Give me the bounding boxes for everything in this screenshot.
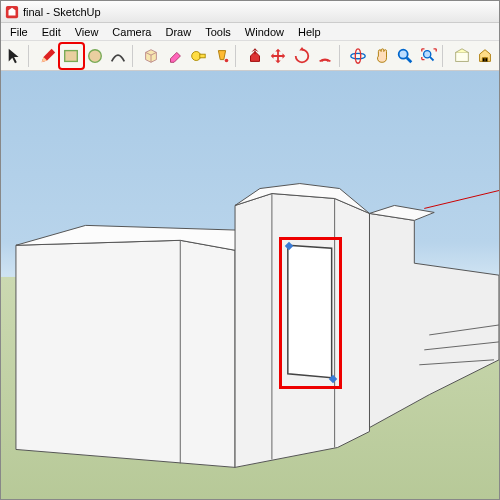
magnifier-icon [396, 47, 414, 65]
toolbar-separator [339, 45, 345, 67]
circle-tool[interactable] [83, 44, 106, 68]
svg-line-11 [430, 56, 434, 60]
svg-rect-12 [456, 52, 469, 61]
toolbar [1, 41, 499, 71]
titlebar: final - SketchUp [1, 1, 499, 23]
tape-icon [189, 47, 207, 65]
offset-icon [316, 47, 334, 65]
svg-marker-14 [16, 240, 235, 467]
svg-point-3 [192, 51, 201, 60]
menu-window[interactable]: Window [238, 25, 291, 39]
window-title: final - SketchUp [23, 6, 101, 18]
line-tool[interactable] [36, 44, 59, 68]
svg-line-9 [407, 57, 412, 62]
arc-icon [109, 47, 127, 65]
svg-marker-21 [369, 213, 498, 427]
model-geometry [1, 71, 499, 499]
orbit-tool[interactable] [347, 44, 370, 68]
eraser-icon [166, 47, 184, 65]
annotation-rectangle-on-face [279, 237, 342, 389]
menubar: File Edit View Camera Draw Tools Window … [1, 23, 499, 41]
rectangle-tool[interactable] [60, 44, 83, 68]
model-viewport[interactable] [1, 71, 499, 499]
svg-rect-1 [65, 50, 78, 61]
toolbar-separator [132, 45, 138, 67]
paint-bucket-tool[interactable] [210, 44, 233, 68]
menu-tools[interactable]: Tools [198, 25, 238, 39]
pushpull-icon [246, 47, 264, 65]
map-icon [453, 47, 471, 65]
menu-file[interactable]: File [3, 25, 35, 39]
select-tool[interactable] [3, 44, 26, 68]
svg-point-2 [88, 49, 101, 62]
zoom-extents-tool[interactable] [417, 44, 440, 68]
cursor-icon [6, 47, 24, 65]
move-tool[interactable] [267, 44, 290, 68]
add-location-tool[interactable] [450, 44, 473, 68]
menu-view[interactable]: View [68, 25, 106, 39]
get-models-tool[interactable] [474, 44, 497, 68]
svg-point-8 [399, 49, 408, 58]
rotate-icon [293, 47, 311, 65]
toolbar-separator [442, 45, 448, 67]
arc-tool[interactable] [106, 44, 129, 68]
app-window: final - SketchUp File Edit View Camera D… [0, 0, 500, 500]
warehouse-icon [476, 47, 494, 65]
zoom-extents-icon [420, 47, 438, 65]
move-icon [269, 47, 287, 65]
component-icon [142, 47, 160, 65]
pushpull-tool[interactable] [243, 44, 266, 68]
svg-point-10 [423, 50, 430, 57]
circle-icon [86, 47, 104, 65]
zoom-tool[interactable] [394, 44, 417, 68]
orbit-icon [349, 47, 367, 65]
svg-point-6 [351, 53, 365, 58]
eraser-tool[interactable] [163, 44, 186, 68]
hand-icon [373, 47, 391, 65]
menu-camera[interactable]: Camera [105, 25, 158, 39]
app-icon [5, 5, 19, 19]
pencil-icon [39, 47, 57, 65]
svg-line-13 [424, 191, 499, 209]
rectangle-icon [62, 47, 80, 65]
make-component-tool[interactable] [140, 44, 163, 68]
pan-tool[interactable] [370, 44, 393, 68]
tape-measure-tool[interactable] [187, 44, 210, 68]
svg-point-7 [356, 48, 361, 62]
menu-draw[interactable]: Draw [158, 25, 198, 39]
toolbar-separator [235, 45, 241, 67]
svg-point-5 [224, 58, 228, 62]
offset-tool[interactable] [313, 44, 336, 68]
rotate-tool[interactable] [290, 44, 313, 68]
menu-edit[interactable]: Edit [35, 25, 68, 39]
menu-help[interactable]: Help [291, 25, 328, 39]
svg-rect-4 [200, 54, 205, 58]
toolbar-separator [28, 45, 34, 67]
bucket-icon [213, 47, 231, 65]
